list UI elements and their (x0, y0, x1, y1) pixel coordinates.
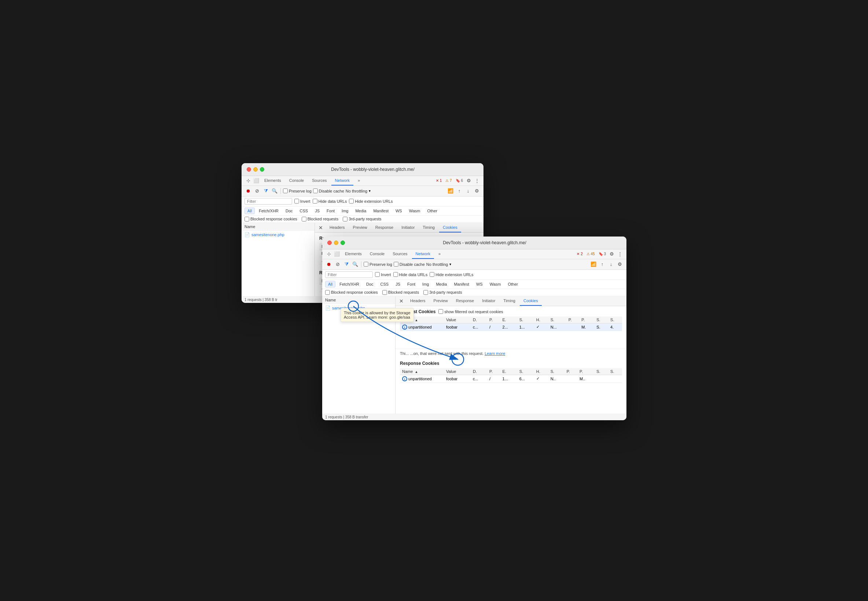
type-js-back[interactable]: JS (312, 207, 323, 214)
col-s2[interactable]: S. (548, 316, 566, 323)
type-doc-back[interactable]: Doc (283, 207, 296, 214)
col-s3[interactable]: S. (594, 316, 608, 323)
col-value-front[interactable]: Value (444, 316, 471, 323)
tab-headers-back[interactable]: Headers (326, 223, 349, 232)
disable-cache-label-front[interactable]: Disable cache (394, 262, 425, 267)
type-media-front[interactable]: Media (433, 281, 450, 287)
record-icon-front[interactable]: ⏺ (325, 261, 332, 268)
hide-urls-label-back[interactable]: Hide data URLs (313, 199, 347, 203)
show-filtered-cb[interactable] (439, 309, 443, 314)
show-filtered-label[interactable]: show filtered out request cookies (439, 309, 503, 314)
tab-sources-front[interactable]: Sources (389, 249, 411, 259)
resp-col-s2[interactable]: S. (548, 368, 565, 375)
tab-timing-front[interactable]: Timing (499, 296, 519, 306)
close-detail-front[interactable]: ✕ (399, 298, 404, 304)
blocked-cookies-back[interactable]: Blocked response cookies (245, 217, 297, 221)
maximize-button-front[interactable] (341, 241, 345, 245)
type-img-back[interactable]: Img (339, 207, 351, 214)
tab-more-back[interactable]: » (354, 176, 364, 186)
type-xhr-back[interactable]: Fetch/XHR (256, 207, 282, 214)
col-s[interactable]: S. (517, 316, 534, 323)
tab-network-front[interactable]: Network (412, 249, 434, 259)
tab-elements-front[interactable]: Elements (341, 249, 365, 259)
col-p3[interactable]: P. (579, 316, 594, 323)
download-icon-back[interactable]: ↓ (464, 188, 472, 195)
device-icon-front[interactable]: ⬜ (333, 250, 341, 258)
blocked-cookies-front[interactable]: Blocked response cookies (325, 290, 378, 295)
third-party-back[interactable]: 3rd-party requests (343, 217, 381, 221)
disable-cache-label-back[interactable]: Disable cache (313, 189, 344, 193)
preserve-log-cb-back[interactable] (283, 189, 288, 193)
minimize-button-front[interactable] (334, 241, 338, 245)
disable-cache-cb-front[interactable] (394, 262, 399, 267)
settings-icon-front[interactable]: ⚙ (608, 250, 615, 258)
type-xhr-front[interactable]: Fetch/XHR (337, 281, 362, 287)
file-item-back[interactable]: 📄 samesitenone.php (242, 230, 315, 239)
tab-preview-front[interactable]: Preview (430, 296, 452, 306)
col-s4[interactable]: S. (608, 316, 622, 323)
tab-headers-front[interactable]: Headers (407, 296, 429, 306)
settings2-icon-front[interactable]: ⚙ (616, 261, 623, 268)
type-css-back[interactable]: CSS (297, 207, 311, 214)
hide-ext-label-back[interactable]: Hide extension URLs (349, 199, 393, 203)
tab-elements-back[interactable]: Elements (260, 176, 285, 186)
preserve-log-label-back[interactable]: Preserve log (283, 189, 312, 193)
tab-response-front[interactable]: Response (452, 296, 478, 306)
wifi-icon-front[interactable]: 📶 (590, 261, 597, 268)
tab-initiator-back[interactable]: Initiator (398, 223, 418, 232)
table-row[interactable]: i unpartitioned foobar c... / 1... 6... … (400, 375, 622, 383)
close-detail-back[interactable]: ✕ (318, 225, 324, 230)
more-icon-front[interactable]: ⋮ (616, 250, 623, 258)
third-party-front[interactable]: 3rd-party requests (423, 290, 462, 295)
search-icon-front[interactable]: 🔍 (352, 261, 359, 268)
type-all-front[interactable]: All (325, 281, 335, 287)
preserve-log-label-front[interactable]: Preserve log (364, 262, 392, 267)
more-icon-back[interactable]: ⋮ (473, 177, 481, 185)
type-all-back[interactable]: All (245, 207, 255, 214)
resp-col-p[interactable]: P. (487, 368, 500, 375)
resp-col-value[interactable]: Value (444, 368, 471, 375)
resp-col-name-front[interactable]: Name ▲ (400, 368, 444, 375)
type-css-front[interactable]: CSS (378, 281, 392, 287)
resp-col-p3[interactable]: P. (577, 368, 594, 375)
resp-col-e[interactable]: E. (500, 368, 517, 375)
type-js-front[interactable]: JS (393, 281, 403, 287)
settings-icon-back[interactable]: ⚙ (465, 177, 472, 185)
type-media-back[interactable]: Media (352, 207, 369, 214)
type-other-back[interactable]: Other (424, 207, 440, 214)
tab-console-front[interactable]: Console (366, 249, 388, 259)
resp-col-s4[interactable]: S. (608, 368, 622, 375)
wifi-icon-back[interactable]: 📶 (447, 188, 454, 195)
invert-label-back[interactable]: Invert (294, 199, 311, 203)
close-button-front[interactable] (327, 241, 332, 245)
clear-icon-back[interactable]: ⊘ (253, 188, 260, 195)
type-img-front[interactable]: Img (419, 281, 432, 287)
col-p[interactable]: P. (487, 316, 500, 323)
type-ws-back[interactable]: WS (393, 207, 405, 214)
resp-col-s3[interactable]: S. (594, 368, 608, 375)
type-wasm-front[interactable]: Wasm (487, 281, 504, 287)
learn-more-link[interactable]: Learn more (484, 351, 505, 356)
hide-ext-label-front[interactable]: Hide extension URLs (429, 272, 473, 277)
tab-sources-back[interactable]: Sources (308, 176, 330, 186)
tab-timing-back[interactable]: Timing (419, 223, 439, 232)
upload-icon-back[interactable]: ↑ (455, 188, 463, 195)
hide-urls-label-front[interactable]: Hide data URLs (393, 272, 428, 277)
resp-col-s[interactable]: S. (517, 368, 534, 375)
type-wasm-back[interactable]: Wasm (406, 207, 423, 214)
type-doc-front[interactable]: Doc (363, 281, 376, 287)
tab-response-back[interactable]: Response (372, 223, 397, 232)
resp-col-h[interactable]: H. (534, 368, 548, 375)
blocked-req-front[interactable]: Blocked requests (382, 290, 419, 295)
tab-initiator-front[interactable]: Initiator (478, 296, 499, 306)
tab-more-front[interactable]: » (435, 249, 444, 259)
close-button-back[interactable] (247, 167, 251, 172)
col-e[interactable]: E. (500, 316, 517, 323)
tab-preview-back[interactable]: Preview (349, 223, 371, 232)
throttle-dropdown-back[interactable]: ▾ (369, 189, 371, 193)
clear-icon-front[interactable]: ⊘ (334, 261, 341, 268)
record-icon-back[interactable]: ⏺ (245, 188, 252, 195)
resp-col-d[interactable]: D. (471, 368, 487, 375)
table-row[interactable]: i unpartitioned foobar c... / 2... 1... … (400, 323, 622, 331)
tab-cookies-front[interactable]: Cookies (520, 296, 542, 306)
